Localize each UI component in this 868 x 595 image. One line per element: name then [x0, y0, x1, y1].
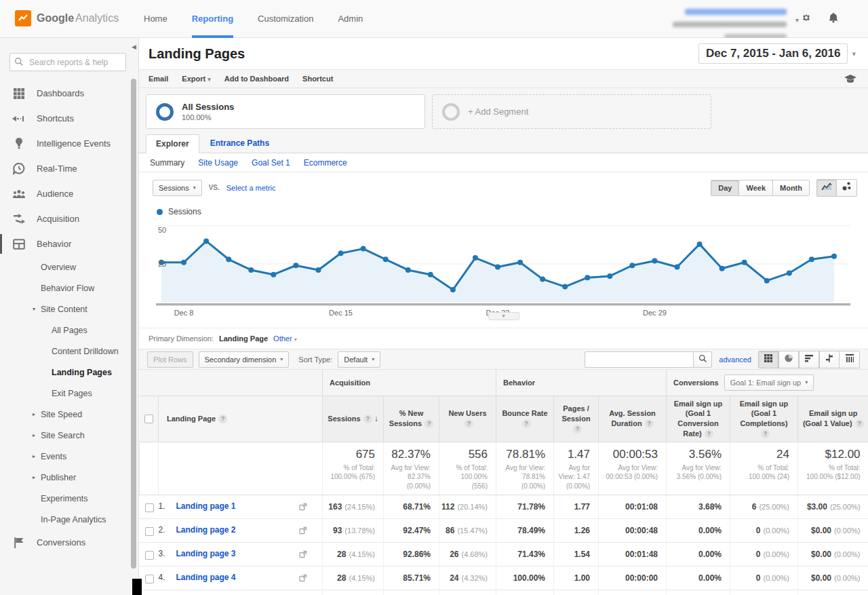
sidebar-item-site-speed[interactable]: ▸Site Speed	[0, 404, 138, 425]
help-icon[interactable]: ?	[522, 419, 531, 428]
landing-page-link[interactable]: Landing page 1	[176, 501, 236, 511]
settings-button[interactable]	[797, 10, 815, 28]
line-chart-view-button[interactable]	[816, 179, 837, 197]
sidebar-item-conversions[interactable]: Conversions	[0, 530, 138, 555]
row-checkbox[interactable]	[145, 503, 154, 512]
subtab-summary[interactable]: Summary	[150, 158, 184, 168]
select-all-checkbox[interactable]	[144, 415, 153, 423]
column-header-goal-value[interactable]: Email sign up (Goal 1 Value)?	[798, 396, 868, 442]
column-header-goal-completions[interactable]: Email sign up (Goal 1 Completions)?	[730, 396, 798, 442]
plot-rows-button[interactable]: Plot Rows	[147, 351, 193, 368]
open-page-icon[interactable]	[299, 526, 307, 537]
row-checkbox[interactable]	[145, 551, 154, 560]
column-header-pct-new-sessions[interactable]: % New Sessions?	[384, 396, 439, 442]
sidebar-item-publisher[interactable]: ▸Publisher	[0, 467, 138, 488]
percentage-view-button[interactable]	[778, 351, 799, 368]
sidebar-item-exit-pages[interactable]: Exit Pages	[0, 383, 138, 404]
open-page-icon[interactable]	[299, 574, 307, 584]
secondary-dimension-button[interactable]: Secondary dimension▾	[199, 351, 290, 368]
nav-item-customization[interactable]: Customization	[258, 0, 313, 38]
email-button[interactable]: Email	[149, 75, 168, 83]
sidebar-item-content-drilldown[interactable]: Content Drilldown	[0, 341, 138, 362]
all-sessions-segment-card[interactable]: All Sessions 100.00%	[146, 94, 425, 129]
shortcut-button[interactable]: Shortcut	[302, 75, 333, 83]
row-checkbox[interactable]	[145, 527, 154, 536]
motion-chart-view-button[interactable]	[837, 179, 857, 197]
subtab-ecommerce[interactable]: Ecommerce	[304, 158, 347, 168]
sidebar-item-audience[interactable]: Audience	[0, 181, 138, 206]
help-icon[interactable]: ?	[425, 419, 433, 428]
nav-item-admin[interactable]: Admin	[338, 0, 363, 38]
sidebar-item-all-pages[interactable]: All Pages	[0, 320, 138, 341]
open-page-icon[interactable]	[299, 503, 307, 513]
sidebar-item-intelligence-events[interactable]: Intelligence Events	[0, 131, 138, 156]
row-checkbox[interactable]	[145, 575, 154, 583]
date-range-selector[interactable]: Dec 7, 2015 - Jan 6, 2016 ▾	[698, 43, 856, 64]
nav-item-reporting[interactable]: Reporting	[192, 0, 233, 38]
brand-logo[interactable]: GoogleAnalytics	[15, 10, 119, 26]
sidebar-item-behavior-flow[interactable]: Behavior Flow	[0, 277, 138, 299]
chart-plot[interactable]: 5025Dec 8Dec 15Dec 22Dec 29	[156, 222, 850, 325]
help-icon[interactable]: ?	[705, 429, 713, 438]
sidebar-item-shortcuts[interactable]: Shortcuts	[0, 106, 138, 131]
help-icon[interactable]: ?	[218, 415, 227, 423]
granularity-month-button[interactable]: Month	[773, 180, 810, 196]
goal-selector-dropdown[interactable]: Goal 1: Email sign up▾	[724, 375, 814, 391]
metric-dropdown[interactable]: Sessions▾	[153, 180, 202, 196]
sidebar-scrollbar[interactable]	[131, 79, 136, 569]
column-header-bounce-rate[interactable]: Bounce Rate?	[496, 396, 554, 442]
performance-view-button[interactable]	[799, 351, 819, 368]
sidebar-item-experiments[interactable]: Experiments	[0, 488, 138, 509]
granularity-week-button[interactable]: Week	[739, 180, 773, 196]
add-to-dashboard-button[interactable]: Add to Dashboard	[224, 75, 289, 83]
help-icon[interactable]: ?	[761, 429, 770, 438]
table-search-button[interactable]	[693, 351, 712, 368]
column-header-avg-duration[interactable]: Avg. Session Duration?	[599, 396, 667, 442]
landing-page-link[interactable]: Landing page 2	[176, 525, 236, 535]
column-header-landing-page[interactable]: Landing Page?	[159, 396, 323, 442]
landing-page-link[interactable]: Landing page 4	[176, 573, 236, 582]
sidebar-item-site-search[interactable]: ▸Site Search	[0, 425, 138, 446]
help-icon[interactable]: ?	[363, 415, 372, 423]
sort-type-dropdown[interactable]: Default▾	[338, 351, 380, 368]
search-input[interactable]	[9, 53, 126, 71]
tab-entrance-paths[interactable]: Entrance Paths	[210, 138, 269, 148]
subtab-goal-set-1[interactable]: Goal Set 1	[252, 158, 290, 168]
comparison-view-button[interactable]	[819, 351, 840, 368]
help-icon[interactable]: ?	[465, 419, 473, 428]
account-info-redacted[interactable]: ▾	[658, 5, 787, 42]
subtab-site-usage[interactable]: Site Usage	[198, 158, 238, 168]
help-icon[interactable]: ?	[855, 419, 864, 428]
data-view-button[interactable]	[758, 351, 778, 368]
table-search-input[interactable]	[585, 351, 693, 368]
sidebar-item-behavior[interactable]: Behavior	[0, 231, 138, 256]
select-metric-link[interactable]: Select a metric	[226, 184, 276, 192]
add-segment-card[interactable]: + Add Segment	[432, 94, 711, 129]
sidebar-item-acquisition[interactable]: Acquisition	[0, 206, 138, 231]
sidebar-item-dashboards[interactable]: Dashboards	[0, 81, 138, 106]
sort-descending-icon[interactable]: ↓	[374, 414, 378, 423]
help-icon[interactable]: ?	[573, 425, 582, 434]
tab-explorer[interactable]: Explorer	[146, 134, 199, 153]
export-button[interactable]: Export▾	[182, 75, 210, 83]
date-range-value[interactable]: Dec 7, 2015 - Jan 6, 2016	[698, 43, 848, 64]
advanced-search-link[interactable]: advanced	[719, 356, 751, 364]
landing-page-link[interactable]: Landing page 3	[176, 549, 236, 558]
column-header-pages-session[interactable]: Pages / Session?	[554, 396, 599, 442]
sidebar-collapse-arrow-icon[interactable]: ◀	[132, 43, 136, 50]
granularity-day-button[interactable]: Day	[711, 180, 739, 196]
notifications-button[interactable]	[825, 10, 842, 28]
sidebar-item-overview[interactable]: Overview	[0, 256, 138, 277]
column-header-goal-rate[interactable]: Email sign up (Goal 1 Conversion Rate)?	[667, 396, 730, 442]
open-page-icon[interactable]	[299, 550, 307, 560]
chevron-right-icon[interactable]: ▸	[33, 453, 38, 459]
other-dimension-link[interactable]: Other ▾	[273, 334, 297, 343]
column-header-sessions[interactable]: Sessions?↓	[323, 396, 384, 442]
chevron-right-icon[interactable]: ▸	[33, 432, 38, 438]
help-icon[interactable]: ?	[645, 419, 654, 428]
intelligence-insights-button[interactable]	[844, 73, 857, 88]
sidebar-item-in-page-analytics[interactable]: In-Page Analytics	[0, 509, 138, 530]
annotations-expander[interactable]: ▾	[488, 312, 519, 320]
chevron-down-icon[interactable]: ▾	[33, 306, 38, 312]
sidebar-item-events[interactable]: ▸Events	[0, 446, 138, 467]
